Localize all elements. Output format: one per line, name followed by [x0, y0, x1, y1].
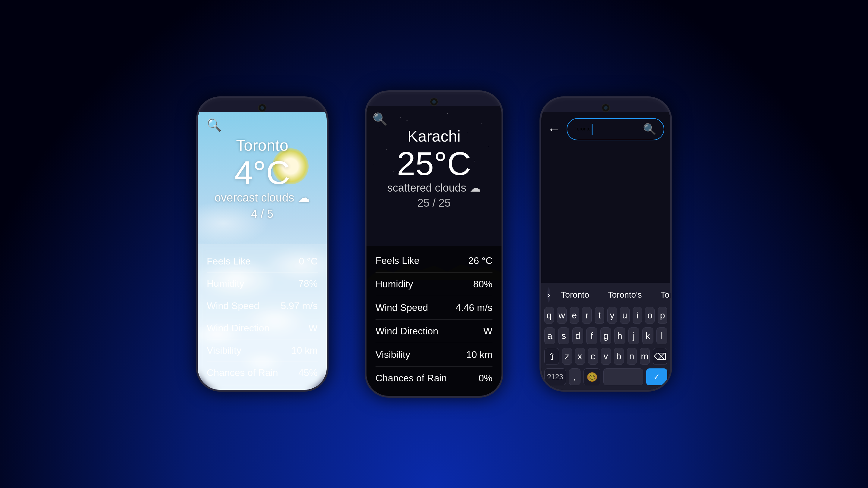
key-q[interactable]: q: [544, 307, 554, 324]
enter-key[interactable]: ✓: [646, 368, 667, 385]
k-visibility-label: Visibility: [375, 349, 410, 360]
front-camera-1: [258, 104, 267, 112]
keyboard-row-1: q w e r t y u i o p: [544, 307, 667, 324]
k-wind-direction-value: W: [484, 326, 493, 337]
feels-like-label: Feels Like: [207, 256, 251, 267]
key-e[interactable]: e: [569, 307, 579, 324]
space-key[interactable]: [603, 368, 643, 385]
humidity-row: Humidity 78%: [207, 272, 318, 295]
k-wind-speed-value: 4.46 m/s: [456, 302, 493, 313]
karachi-screen: 🔍 Karachi 25°C scattered clouds ☁ 25 / 2…: [367, 106, 501, 396]
key-i[interactable]: i: [632, 307, 642, 324]
karachi-city-name: Karachi: [367, 127, 501, 145]
wind-speed-value: 5.97 m/s: [281, 300, 318, 312]
toronto-city-name: Toronto: [198, 136, 327, 154]
k-feels-like-value: 26 °C: [468, 255, 493, 266]
key-o[interactable]: o: [645, 307, 655, 324]
condition-text: overcast clouds: [215, 191, 294, 204]
keyboard: › Toronto Toronto's Torontonian 🎤 q w e …: [541, 283, 670, 390]
karachi-phone: 🔍 Karachi 25°C scattered clouds ☁ 25 / 2…: [365, 90, 503, 398]
rain-value: 45%: [299, 367, 318, 378]
key-n[interactable]: n: [627, 348, 637, 365]
karachi-condition: scattered clouds ☁: [367, 182, 501, 194]
key-m[interactable]: m: [640, 348, 650, 365]
search-bar[interactable]: Toronto 🔍: [567, 118, 664, 140]
front-camera-3: [601, 104, 610, 112]
wind-direction-label: Wind Direction: [207, 323, 270, 334]
karachi-weather-main: Karachi 25°C scattered clouds ☁ 25 / 25: [367, 127, 501, 209]
wind-speed-label: Wind Speed: [207, 300, 259, 312]
toronto-weather-main: Toronto 4°C overcast clouds ☁ 4 / 5: [198, 136, 327, 221]
toronto-condition: overcast clouds ☁: [198, 191, 327, 204]
search-header: ← Toronto 🔍: [547, 118, 664, 140]
search-submit-icon[interactable]: 🔍: [643, 123, 656, 135]
key-p[interactable]: p: [658, 307, 667, 324]
k-humidity-row: Humidity 80%: [375, 272, 493, 296]
wind-direction-row: Wind Direction W: [207, 317, 318, 339]
visibility-row: Visibility 10 km: [207, 339, 318, 362]
toronto-temp-range: 4 / 5: [198, 207, 327, 221]
k-wind-speed-row: Wind Speed 4.46 m/s: [375, 296, 493, 320]
key-r[interactable]: r: [582, 307, 592, 324]
search-phone: ← Toronto 🔍 › Toronto Toronto's Toronton…: [539, 96, 672, 392]
emoji-key[interactable]: 😊: [584, 368, 600, 385]
k-wind-direction-label: Wind Direction: [375, 326, 438, 337]
search-icon-2[interactable]: 🔍: [373, 112, 388, 126]
delete-key[interactable]: ⌫: [653, 348, 668, 365]
k-feels-like-row: Feels Like 26 °C: [375, 249, 493, 272]
key-x[interactable]: x: [575, 348, 585, 365]
autocomplete-word-1[interactable]: Toronto: [556, 288, 594, 302]
toronto-screen: 🔍 Toronto 4°C overcast clouds ☁ 4 / 5 Fe…: [198, 112, 327, 390]
back-button[interactable]: ←: [547, 122, 561, 137]
comma-key[interactable]: ,: [569, 368, 581, 385]
karachi-temp-range: 25 / 25: [367, 197, 501, 209]
key-c[interactable]: c: [588, 348, 598, 365]
shift-key[interactable]: ⇧: [544, 348, 559, 365]
keyboard-row-3: ⇧ z x c v b n m ⌫: [544, 348, 667, 365]
key-y[interactable]: y: [607, 307, 617, 324]
karachi-temperature: 25°C: [367, 145, 501, 182]
keyboard-row-2: a s d f g h j k l: [544, 327, 667, 344]
key-b[interactable]: b: [614, 348, 624, 365]
key-w[interactable]: w: [557, 307, 567, 324]
rain-chances-row: Chances of Rain 45%: [207, 362, 318, 384]
num-key[interactable]: ?123: [544, 368, 566, 385]
k-wind-direction-row: Wind Direction W: [375, 320, 493, 343]
visibility-value: 10 km: [291, 345, 318, 356]
feels-like-value: 0 °C: [299, 256, 318, 267]
key-s[interactable]: s: [558, 327, 569, 344]
key-v[interactable]: v: [601, 348, 611, 365]
key-j[interactable]: j: [628, 327, 639, 344]
autocomplete-suggestions: Toronto Toronto's Torontonian: [556, 288, 670, 302]
wind-speed-row: Wind Speed 5.97 m/s: [207, 295, 318, 317]
autocomplete-word-3[interactable]: Torontonian: [655, 288, 670, 302]
phone1-header: 🔍: [198, 112, 327, 135]
karachi-cloud-icon: ☁: [470, 182, 481, 194]
key-a[interactable]: a: [544, 327, 555, 344]
front-camera-2: [430, 98, 438, 106]
k-visibility-row: Visibility 10 km: [375, 343, 493, 367]
search-screen: ← Toronto 🔍 › Toronto Toronto's Toronton…: [541, 112, 670, 390]
key-u[interactable]: u: [620, 307, 629, 324]
text-cursor: [592, 124, 592, 135]
key-g[interactable]: g: [600, 327, 611, 344]
key-z[interactable]: z: [562, 348, 572, 365]
autocomplete-expand[interactable]: ›: [547, 287, 550, 302]
search-input-text: Toronto: [575, 124, 592, 135]
autocomplete-word-2[interactable]: Toronto's: [603, 288, 647, 302]
key-d[interactable]: d: [572, 327, 583, 344]
search-icon[interactable]: 🔍: [207, 119, 222, 132]
key-l[interactable]: l: [656, 327, 667, 344]
toronto-phone: 🔍 Toronto 4°C overcast clouds ☁ 4 / 5 Fe…: [196, 96, 329, 392]
humidity-label: Humidity: [207, 278, 244, 289]
key-t[interactable]: t: [595, 307, 604, 324]
keyboard-bottom-row: ?123 , 😊 ✓: [544, 368, 667, 385]
autocomplete-row: › Toronto Toronto's Torontonian 🎤: [544, 287, 667, 302]
k-rain-value: 0%: [478, 372, 493, 384]
k-humidity-value: 80%: [473, 279, 493, 290]
feels-like-row: Feels Like 0 °C: [207, 250, 318, 272]
key-h[interactable]: h: [614, 327, 625, 344]
key-f[interactable]: f: [586, 327, 597, 344]
k-wind-speed-label: Wind Speed: [375, 302, 428, 313]
key-k[interactable]: k: [642, 327, 653, 344]
